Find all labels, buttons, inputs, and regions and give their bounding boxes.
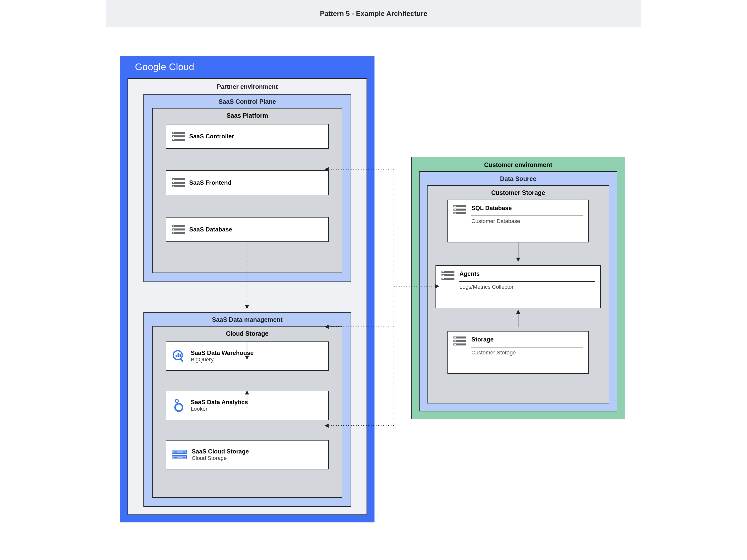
divider — [471, 216, 583, 216]
data-analytics-sub: Looker — [191, 406, 248, 412]
svg-rect-2 — [178, 353, 179, 357]
data-warehouse-sub: BigQuery — [191, 356, 254, 363]
agents-sub: Logs/Metrics Collector — [459, 284, 595, 290]
saas-frontend-label: SaaS Frontend — [189, 179, 231, 186]
saas-cloud-storage-box: SaaS Cloud Storage Cloud Storage — [166, 440, 329, 470]
svg-rect-3 — [180, 354, 181, 357]
server-icon — [172, 178, 185, 188]
saas-data-management-label: SaaS Data management — [144, 313, 351, 327]
customer-environment-label: Customer environment — [412, 157, 625, 172]
customer-storage-label: Customer Storage — [428, 186, 609, 200]
diagram-body: Google Cloud Partner environment SaaS Co… — [106, 27, 641, 560]
looker-icon — [172, 398, 186, 412]
svg-rect-1 — [176, 355, 177, 357]
svg-rect-4 — [180, 358, 184, 362]
saas-platform: Saas Platform SaaS Controller SaaS Front… — [152, 108, 342, 273]
cloud-storage-sub: Cloud Storage — [192, 455, 249, 461]
svg-point-5 — [175, 399, 178, 402]
customer-storage-group: Customer Storage SQL Database Customer D… — [427, 185, 609, 403]
page-title-text: Pattern 5 - Example Architecture — [320, 10, 428, 18]
cloud-storage-icon — [172, 449, 187, 460]
saas-data-management: SaaS Data management Cloud Storage — [144, 312, 351, 507]
saas-control-plane-label: SaaS Control Plane — [144, 95, 351, 109]
storage-sub: Customer Storage — [471, 349, 583, 356]
saas-platform-label: Saas Platform — [153, 108, 342, 123]
saas-database-label: SaaS Database — [189, 226, 232, 233]
google-cloud-container: Google Cloud Partner environment SaaS Co… — [120, 56, 375, 523]
sql-database-sub: Customer Database — [471, 218, 583, 224]
saas-controller-label: SaaS Controller — [189, 133, 234, 140]
cloud-storage-label: Cloud Storage — [153, 326, 342, 341]
cloud-word: Cloud — [169, 62, 195, 72]
server-icon — [172, 224, 185, 235]
data-analytics-title: SaaS Data Analytics — [191, 399, 248, 406]
server-icon — [454, 336, 466, 346]
bigquery-icon — [172, 349, 186, 363]
storage-title: Storage — [471, 336, 583, 343]
cloud-storage-group: Cloud Storage SaaS Data Warehouse — [152, 326, 342, 498]
saas-data-analytics-box: SaaS Data Analytics Looker — [166, 391, 329, 420]
saas-controller-box: SaaS Controller — [166, 124, 329, 149]
data-source-label: Data Source — [419, 172, 617, 186]
divider — [471, 347, 583, 347]
sql-database-title: SQL Database — [471, 205, 583, 212]
storage-box: Storage Customer Storage — [447, 331, 589, 374]
sql-database-box: SQL Database Customer Database — [447, 199, 589, 242]
partner-environment-label: Partner environment — [128, 79, 366, 94]
cloud-storage-title: SaaS Cloud Storage — [192, 448, 249, 455]
page-title: Pattern 5 - Example Architecture — [106, 0, 641, 27]
saas-control-plane: SaaS Control Plane Saas Platform SaaS Co… — [144, 94, 351, 282]
server-icon — [454, 205, 466, 215]
agents-box: Agents Logs/Metrics Collector — [436, 265, 601, 308]
svg-point-6 — [175, 404, 182, 411]
saas-frontend-box: SaaS Frontend — [166, 170, 329, 195]
customer-environment: Customer environment Data Source Custome… — [411, 157, 625, 419]
saas-data-warehouse-box: SaaS Data Warehouse BigQuery — [166, 342, 329, 371]
divider — [459, 281, 595, 282]
server-icon — [441, 270, 455, 280]
data-warehouse-title: SaaS Data Warehouse — [191, 349, 254, 356]
partner-environment: Partner environment SaaS Control Plane S… — [128, 78, 367, 515]
server-icon — [172, 131, 185, 141]
google-word: Google — [135, 62, 166, 72]
saas-database-box: SaaS Database — [166, 217, 329, 242]
google-cloud-logo: Google Cloud — [120, 56, 375, 78]
data-source: Data Source Customer Storage SQL Databas… — [419, 171, 617, 411]
agents-title: Agents — [459, 270, 595, 277]
